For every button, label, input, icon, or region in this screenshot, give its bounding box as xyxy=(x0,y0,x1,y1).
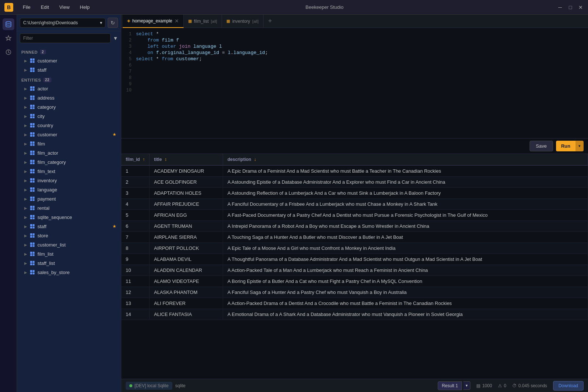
table-row[interactable]: 9 ALABAMA DEVIL A Thoughtful Panorama of… xyxy=(121,254,588,265)
chevron-right-icon: ▶ xyxy=(23,242,29,248)
sidebar-item-store[interactable]: ▶ store xyxy=(18,231,119,240)
minimize-button[interactable]: ─ xyxy=(557,4,563,10)
save-button[interactable]: Save xyxy=(530,141,553,151)
chevron-right-icon: ▶ xyxy=(23,260,29,266)
line-content[interactable]: select * xyxy=(136,31,159,37)
new-tab-button[interactable]: + xyxy=(265,16,275,26)
cell-film-id: 4 xyxy=(121,199,150,210)
sidebar-item-address[interactable]: ▶ address xyxy=(18,93,119,102)
db-path-selector[interactable]: C:\Users\ghstng\Downloads ▾ xyxy=(20,18,105,28)
table-row[interactable]: 5 AFRICAN EGG A Fast-Paced Documentary o… xyxy=(121,210,588,221)
run-button[interactable]: Run xyxy=(556,141,576,151)
download-button[interactable]: Download xyxy=(553,381,584,391)
tab-homepage-example[interactable]: ◈ homepage_example ✕ xyxy=(123,15,184,28)
line-content[interactable]: from film f xyxy=(136,37,179,43)
sidebar-item-rental[interactable]: ▶ rental xyxy=(18,204,119,212)
sidebar-item-staff-pinned[interactable]: ▶ staff ✕ xyxy=(18,65,119,74)
tab-film-list[interactable]: ▦ film_list [all] xyxy=(184,15,222,28)
sidebar-item-country[interactable]: ▶ country xyxy=(18,121,119,130)
sidebar-item-film_category[interactable]: ▶ film_category xyxy=(18,158,119,166)
error-count-value: 0 xyxy=(504,383,506,388)
table-row[interactable]: 4 AFFAIR PREJUDICE A Fanciful Documentar… xyxy=(121,199,588,210)
table-row[interactable]: 8 AIRPORT POLLOCK A Epic Tale of a Moose… xyxy=(121,243,588,254)
pin-icon: ★ xyxy=(112,132,116,137)
sidebar-item-category[interactable]: ▶ category xyxy=(18,103,119,111)
result-tab-button[interactable]: Result 1 xyxy=(438,381,462,390)
line-number: 10 xyxy=(121,88,136,93)
sidebar-item-language[interactable]: ▶ language xyxy=(18,185,119,194)
menu-view[interactable]: View xyxy=(57,3,72,11)
run-dropdown-button[interactable]: ▾ xyxy=(576,141,584,151)
sidebar-item-city[interactable]: ▶ city xyxy=(18,112,119,121)
table-row[interactable]: 1 ACADEMY DINOSAUR A Epic Drama of a Fem… xyxy=(121,165,588,177)
code-line: 1select * xyxy=(121,31,588,37)
result-tab-dropdown[interactable]: ▾ xyxy=(463,381,470,390)
entity-label: film_category xyxy=(37,159,116,165)
sidebar-item-customer[interactable]: ▶ customer ★ xyxy=(18,130,119,139)
line-content[interactable]: select * from customer; xyxy=(136,56,202,62)
sort-asc-icon: ↑ xyxy=(143,157,145,162)
line-content[interactable] xyxy=(136,87,139,93)
sidebar-item-customer-pinned[interactable]: ▶ customer ✕ xyxy=(18,56,119,65)
filter-input[interactable] xyxy=(20,33,111,43)
line-content[interactable]: on f.original_language_id = l.language_i… xyxy=(136,50,268,55)
line-content[interactable] xyxy=(136,81,139,87)
sidebar-item-payment[interactable]: ▶ payment xyxy=(18,194,119,203)
sidebar-item-staff[interactable]: ▶ staff ★ xyxy=(18,222,119,231)
sidebar-icon-history[interactable] xyxy=(3,46,14,58)
menu-help[interactable]: Help xyxy=(78,3,92,11)
col-header-title[interactable]: title ↕ xyxy=(150,154,223,165)
code-line: 2 from film f xyxy=(121,37,588,43)
sidebar-item-inventory[interactable]: ▶ inventory xyxy=(18,176,119,185)
sidebar-icon-starred[interactable] xyxy=(3,32,14,44)
sidebar-item-film_list[interactable]: ▶ film_list xyxy=(18,249,119,258)
table-row[interactable]: 13 ALI FOREVER A Action-Packed Drama of … xyxy=(121,298,588,309)
sidebar-item-sales_by_store[interactable]: ▶ sales_by_store xyxy=(18,268,119,277)
close-button[interactable]: ✕ xyxy=(578,4,584,10)
cell-description: A Astounding Epistle of a Database Admin… xyxy=(223,177,588,188)
entity-label: sales_by_store xyxy=(37,270,116,275)
sidebar-item-customer_list[interactable]: ▶ customer_list xyxy=(18,240,119,249)
chevron-right-icon: ▶ xyxy=(23,150,29,156)
app-logo: B xyxy=(4,3,13,12)
table-row[interactable]: 2 ACE GOLDFINGER A Astounding Epistle of… xyxy=(121,177,588,188)
sidebar-icon-database[interactable] xyxy=(3,18,14,30)
sidebar-item-film[interactable]: ▶ film xyxy=(18,139,119,148)
table-row[interactable]: 3 ADAPTATION HOLES A Astounding Reflecti… xyxy=(121,188,588,199)
line-content[interactable] xyxy=(136,75,139,80)
maximize-button[interactable]: □ xyxy=(567,4,573,10)
line-content[interactable] xyxy=(136,62,139,68)
tab-bar: ◈ homepage_example ✕ ▦ film_list [all] ▦… xyxy=(121,15,588,28)
line-content[interactable] xyxy=(136,69,139,74)
sidebar-item-film_text[interactable]: ▶ film_text xyxy=(18,167,119,176)
table-row[interactable]: 6 AGENT TRUMAN A Intrepid Panorama of a … xyxy=(121,221,588,232)
table-row[interactable]: 10 ALADDIN CALENDAR A Action-Packed Tale… xyxy=(121,265,588,276)
table-row[interactable]: 7 AIRPLANE SIERRA A Touching Saga of a H… xyxy=(121,232,588,243)
table-row[interactable]: 14 ALICE FANTASIA A Emotional Drama of a… xyxy=(121,309,588,320)
refresh-button[interactable]: ↻ xyxy=(108,18,118,28)
sidebar-item-actor[interactable]: ▶ actor xyxy=(18,84,119,93)
menu-edit[interactable]: Edit xyxy=(39,3,51,11)
error-count-item: ⚠ 0 xyxy=(498,383,506,388)
sidebar-item-staff_list[interactable]: ▶ staff_list xyxy=(18,259,119,267)
col-header-description[interactable]: description ↓ xyxy=(223,154,588,165)
run-button-group: Run ▾ xyxy=(556,141,584,151)
cell-title: ACE GOLDFINGER xyxy=(150,177,223,188)
tab-inventory[interactable]: ▦ inventory [all] xyxy=(222,15,263,28)
sidebar-item-film_actor[interactable]: ▶ film_actor xyxy=(18,148,119,157)
tab-close-icon[interactable]: ✕ xyxy=(175,18,179,24)
col-header-film-id[interactable]: film_id ↑ xyxy=(121,154,150,165)
entity-label: customer_list xyxy=(37,242,116,248)
cell-description: A Astounding Reflection of a Lumberjack … xyxy=(223,188,588,199)
line-content[interactable]: left outer join language l xyxy=(136,44,222,49)
table-row[interactable]: 12 ALASKA PHANTOM A Fanciful Saga of a H… xyxy=(121,287,588,298)
table-row[interactable]: 11 ALAMO VIDEOTAPE A Boring Epistle of a… xyxy=(121,276,588,287)
code-editor[interactable]: 1select *2 from film f3 left outer join … xyxy=(121,28,588,138)
connection-status-dot xyxy=(129,384,132,387)
menu-file[interactable]: File xyxy=(21,3,33,11)
entity-label: country xyxy=(37,123,116,128)
sidebar-item-sqlite_sequence[interactable]: ▶ sqlite_sequence xyxy=(18,213,119,222)
code-line: 10 xyxy=(121,87,588,93)
cell-title: AIRPORT POLLOCK xyxy=(150,243,223,254)
results-table-container[interactable]: film_id ↑ title ↕ description ↓ 1 ACADE xyxy=(121,154,588,379)
